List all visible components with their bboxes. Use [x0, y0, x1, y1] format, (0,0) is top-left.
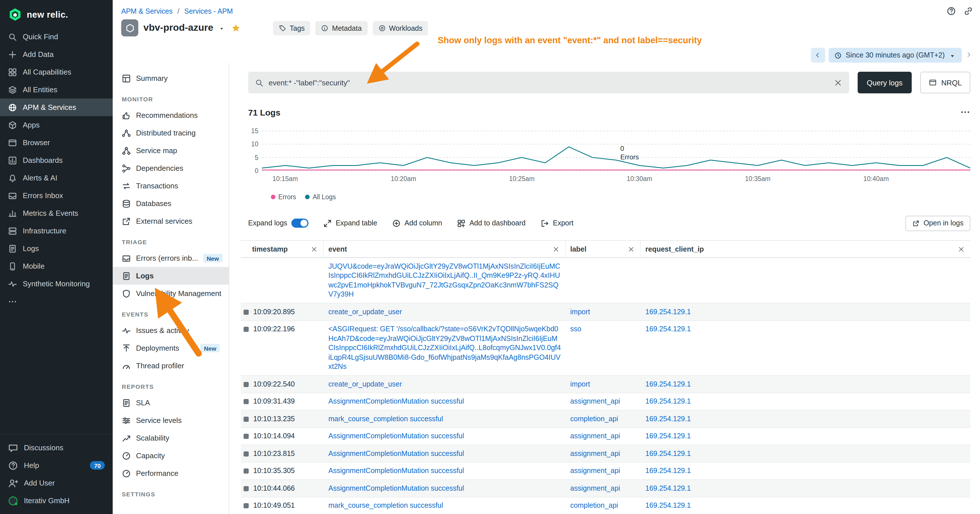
- global-nav-item[interactable]: Metrics & Events: [0, 204, 113, 222]
- log-ip-link[interactable]: 169.254.129.1: [645, 415, 691, 423]
- entity-nav-item[interactable]: Issues & activity: [113, 321, 229, 339]
- log-label-link[interactable]: sso: [570, 325, 581, 333]
- export-button[interactable]: Export: [540, 219, 573, 228]
- global-nav-item[interactable]: All Capabilities: [0, 63, 113, 81]
- log-event-link[interactable]: AssignmentCompletionMutation successful: [328, 467, 464, 475]
- row-expand-marker[interactable]: [243, 327, 249, 332]
- row-expand-marker[interactable]: [243, 416, 249, 422]
- workloads-button[interactable]: Workloads: [372, 21, 428, 35]
- row-expand-marker[interactable]: [243, 309, 249, 315]
- log-ip-link[interactable]: 169.254.129.1: [645, 467, 691, 475]
- row-expand-marker[interactable]: [243, 468, 249, 474]
- entity-nav-item[interactable]: Service levels: [113, 412, 229, 429]
- global-nav-item[interactable]: Infrastructure: [0, 222, 113, 240]
- log-event-link[interactable]: AssignmentCompletionMutation successful: [328, 397, 464, 405]
- metadata-button[interactable]: Metadata: [315, 21, 368, 35]
- log-event-link[interactable]: mark_course_completion successful: [328, 501, 443, 509]
- log-label-link[interactable]: assignment_api: [570, 432, 620, 440]
- column-header-label[interactable]: label: [566, 241, 641, 257]
- log-label-link[interactable]: import: [570, 308, 590, 316]
- entity-nav-item[interactable]: Capacity: [113, 447, 229, 465]
- entity-nav-item[interactable]: Recommendations: [113, 107, 229, 124]
- log-label-link[interactable]: completion_api: [570, 501, 618, 509]
- log-event-link[interactable]: <ASGIRequest: GET '/sso/callback/?state=…: [328, 325, 561, 371]
- table-row[interactable]: 10:10:13.235 mark_course_completion succ…: [241, 411, 970, 428]
- log-ip-link[interactable]: 169.254.129.1: [645, 484, 691, 492]
- global-nav-footer-item[interactable]: Add User: [0, 474, 113, 492]
- log-ip-link[interactable]: 169.254.129.1: [645, 397, 691, 405]
- expand-logs-toggle[interactable]: [291, 219, 309, 228]
- log-ip-link[interactable]: 169.254.129.1: [645, 325, 691, 333]
- log-event-link[interactable]: create_or_update_user: [328, 308, 402, 316]
- breadcrumb-apm-services[interactable]: APM & Services: [121, 7, 173, 15]
- new-relic-logo[interactable]: new relic.: [0, 0, 113, 28]
- table-row[interactable]: 10:10:23.815 AssignmentCompletionMutatio…: [241, 445, 970, 463]
- entity-nav-item[interactable]: Logs: [113, 267, 229, 285]
- global-nav-item[interactable]: Add Data: [0, 46, 113, 63]
- log-label-link[interactable]: completion_api: [570, 415, 618, 423]
- column-header-request-client-ip[interactable]: request_client_ip: [641, 241, 970, 257]
- entity-nav-item[interactable]: Vulnerability Management: [113, 285, 229, 302]
- time-range-picker[interactable]: Since 30 minutes ago (GMT+2): [829, 48, 962, 63]
- global-nav-item[interactable]: Synthetic Monitoring: [0, 275, 113, 293]
- table-row[interactable]: 10:09:31.439 AssignmentCompletionMutatio…: [241, 393, 970, 411]
- log-event-link[interactable]: create_or_update_user: [328, 380, 402, 388]
- log-ip-link[interactable]: 169.254.129.1: [645, 501, 691, 509]
- table-row[interactable]: 10:09:22.196 <ASGIRequest: GET '/sso/cal…: [241, 321, 970, 376]
- breadcrumb-services-apm[interactable]: Services - APM: [185, 7, 233, 15]
- log-event-link[interactable]: mark_course_completion successful: [328, 415, 443, 423]
- global-nav-item[interactable]: Dashboards: [0, 151, 113, 169]
- global-nav-item[interactable]: Alerts & AI: [0, 169, 113, 187]
- entity-nav-item[interactable]: Transactions: [113, 177, 229, 195]
- remove-column-icon[interactable]: [311, 246, 318, 253]
- nrql-button[interactable]: NRQL: [920, 72, 970, 93]
- entity-nav-item[interactable]: Summary: [113, 70, 229, 87]
- logs-search-bar[interactable]: [248, 72, 849, 93]
- query-logs-button[interactable]: Query logs: [858, 72, 912, 93]
- remove-column-icon[interactable]: [628, 246, 635, 253]
- clear-search-icon[interactable]: [834, 78, 842, 87]
- row-expand-marker[interactable]: [243, 486, 249, 491]
- log-ip-link[interactable]: 169.254.129.1: [645, 308, 691, 316]
- log-label-link[interactable]: assignment_api: [570, 467, 620, 475]
- column-header-event[interactable]: event: [324, 241, 566, 257]
- global-nav-item[interactable]: Apps: [0, 116, 113, 134]
- log-ip-link[interactable]: 169.254.129.1: [645, 380, 691, 388]
- log-ip-link[interactable]: 169.254.129.1: [645, 449, 691, 457]
- time-range-forward-button[interactable]: [965, 50, 972, 60]
- table-row[interactable]: 10:10:49.051 mark_course_completion succ…: [241, 497, 970, 514]
- entity-nav-item[interactable]: Scalability: [113, 429, 229, 447]
- log-label-link[interactable]: assignment_api: [570, 397, 620, 405]
- chart-plot-area[interactable]: 0 Errors: [262, 130, 970, 172]
- table-row[interactable]: 10:09:20.895 create_or_update_user impor…: [241, 303, 970, 321]
- entity-nav-item[interactable]: Databases: [113, 195, 229, 212]
- global-nav-item[interactable]: Browser: [0, 134, 113, 151]
- global-nav-item[interactable]: [0, 293, 113, 310]
- global-nav-item[interactable]: Errors Inbox: [0, 187, 113, 204]
- table-row[interactable]: 10:10:35.305 AssignmentCompletionMutatio…: [241, 463, 970, 480]
- open-in-logs-button[interactable]: Open in logs: [905, 215, 970, 231]
- time-range-back-button[interactable]: [811, 48, 825, 63]
- global-nav-item[interactable]: All Entities: [0, 81, 113, 99]
- table-row[interactable]: JUQVU&code=eyJraWQiOiJjcGltY29yZV8wOTl1M…: [241, 258, 970, 303]
- log-ip-link[interactable]: 169.254.129.1: [645, 432, 691, 440]
- entity-nav-item[interactable]: Service map: [113, 142, 229, 159]
- remove-column-icon[interactable]: [958, 246, 965, 253]
- entity-switcher-caret-icon[interactable]: [218, 25, 225, 32]
- log-label-link[interactable]: assignment_api: [570, 449, 620, 457]
- remove-column-icon[interactable]: [553, 246, 560, 253]
- row-expand-marker[interactable]: [243, 503, 249, 508]
- log-event-link[interactable]: JUQVU&code=eyJraWQiOiJjcGltY29yZV8wOTl1M…: [328, 262, 560, 298]
- expand-table-button[interactable]: Expand table: [323, 219, 377, 228]
- entity-nav-item[interactable]: Dependencies: [113, 159, 229, 177]
- log-label-link[interactable]: assignment_api: [570, 484, 620, 492]
- entity-nav-item[interactable]: Thread profiler: [113, 357, 229, 374]
- global-nav-item[interactable]: APM & Services: [0, 99, 113, 116]
- table-row[interactable]: 10:10:14.094 AssignmentCompletionMutatio…: [241, 428, 970, 445]
- log-label-link[interactable]: import: [570, 380, 590, 388]
- permalink-icon[interactable]: [964, 6, 973, 16]
- legend-item[interactable]: All Logs: [305, 194, 336, 201]
- log-event-link[interactable]: AssignmentCompletionMutation successful: [328, 449, 464, 457]
- favorite-star-icon[interactable]: [231, 23, 241, 33]
- column-header-timestamp[interactable]: timestamp: [241, 241, 324, 257]
